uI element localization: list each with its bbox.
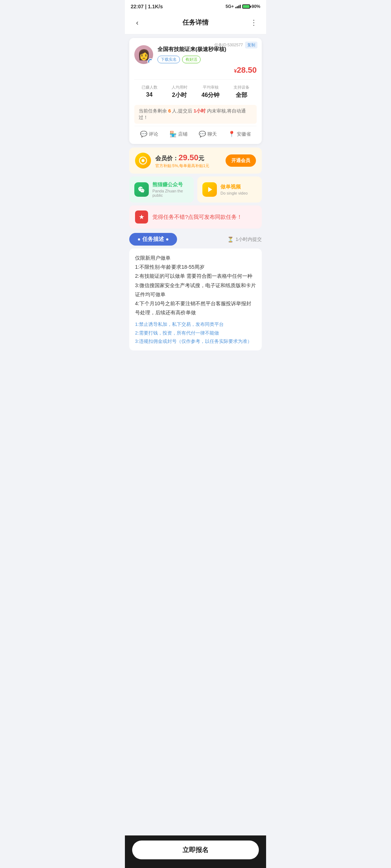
avatar: 👩 ✓: [134, 45, 153, 64]
member-price: 会员价：29.50元: [155, 153, 221, 162]
wechat-icon: [134, 182, 149, 197]
member-info: 会员价：29.50元 官方补贴:5%,每单最高补贴1元: [155, 153, 221, 169]
action-comment[interactable]: 💬 评论: [140, 131, 158, 137]
hourglass-icon: ⏳: [227, 237, 234, 242]
member-icon: [135, 153, 151, 169]
stats-row: 已赚人数 34 人均用时 2小时 平均审核 46分钟 支持设备 全部: [134, 79, 257, 103]
video-icon: [202, 182, 217, 197]
tab-section: 任务描述 ⏳ 1小时内提交: [129, 233, 262, 246]
battery-icon: [242, 4, 250, 9]
stat-avg-review: 平均审核 46分钟: [202, 85, 220, 99]
publish-text: 觉得任务不错?点我可发布同款任务！: [152, 214, 242, 221]
network-label: 5G+: [226, 4, 234, 9]
stat-avg-time: 人均用时 2小时: [172, 85, 188, 99]
task-id-text: 任务ID:5302577: [214, 42, 243, 48]
task-description: 仅限新用户做单 1:不限性别-年龄要求18-55周岁 2:有技能证的可以做单 需…: [129, 248, 262, 350]
publish-banner[interactable]: ★ 觉得任务不错?点我可发布同款任务！: [129, 205, 262, 229]
notice-bar: 当前任务剩余 6 人,提交后 1小时 内未审核,将自动通过！: [134, 105, 257, 124]
action-shop[interactable]: 🏪 店铺: [169, 131, 188, 137]
action-chat[interactable]: 💬 聊天: [199, 131, 217, 137]
promo-boxes: 熊猫赚公众号 Panda Zhuan the public 做单视频 Do si…: [129, 176, 262, 203]
member-card: 会员价：29.50元 官方补贴:5%,每单最高补贴1元 开通会员: [129, 148, 262, 174]
star-icon: ★: [135, 210, 148, 224]
tab-label: 任务描述: [142, 236, 164, 243]
back-button[interactable]: ‹: [131, 16, 144, 29]
header: ‹ 任务详情 ⋮: [125, 12, 266, 34]
status-time-speed: 22:07 | 1.1K/s: [131, 4, 163, 9]
location-icon: 📍: [228, 131, 235, 137]
desc-content: 仅限新用户做单 1:不限性别-年龄要求18-55周岁 2:有技能证的可以做单 需…: [135, 254, 256, 317]
comment-icon: 💬: [140, 131, 147, 137]
svg-point-3: [142, 159, 144, 162]
submit-time-text: 1小时内提交: [236, 236, 262, 243]
member-subtitle: 官方补贴:5%,每单最高补贴1元: [155, 163, 221, 169]
task-tags: 下载实名 有好活: [157, 56, 257, 63]
tab-dot-left: [138, 238, 140, 241]
desc-warnings: 1:禁止诱导私加，私下交易，发布同类平台 2:需要打钱，投资，所有代付一律不能做…: [135, 320, 256, 345]
stat-device: 支持设备 全部: [234, 85, 249, 99]
promo-video-box[interactable]: 做单视频 Do single video: [197, 176, 262, 203]
submit-info: ⏳ 1小时内提交: [227, 236, 262, 243]
wechat-promo-text: 熊猫赚公众号 Panda Zhuan the public: [152, 182, 189, 197]
page-title: 任务详情: [182, 18, 209, 27]
battery-percent: 90%: [252, 4, 260, 9]
shop-icon: 🏪: [169, 131, 177, 137]
avatar-badge: ✓: [147, 58, 153, 64]
chat-icon: 💬: [199, 131, 206, 137]
more-button[interactable]: ⋮: [247, 16, 260, 29]
task-card: 任务ID:5302577 复制 👩 ✓ 全国有技能证来(极速秒审核) 下载实名 …: [129, 38, 262, 144]
svg-text:✓: ✓: [150, 60, 152, 63]
tag-download: 下载实名: [157, 56, 180, 63]
task-id-row: 任务ID:5302577 复制: [214, 42, 257, 48]
copy-button[interactable]: 复制: [245, 42, 257, 48]
action-row: 💬 评论 🏪 店铺 💬 聊天 📍 安徽省: [134, 126, 257, 139]
video-promo-text: 做单视频 Do single video: [220, 184, 248, 195]
promo-wechat-box[interactable]: 熊猫赚公众号 Panda Zhuan the public: [129, 176, 194, 203]
action-location[interactable]: 📍 安徽省: [228, 131, 251, 137]
member-activate-button[interactable]: 开通会员: [226, 154, 256, 167]
tag-good-job: 有好活: [182, 56, 201, 63]
status-right: 5G+ 90%: [226, 4, 260, 9]
stat-earners: 已赚人数 34: [142, 85, 157, 99]
task-price: ¥28.50: [157, 65, 257, 75]
status-bar: 22:07 | 1.1K/s 5G+ 90%: [125, 0, 266, 12]
signal-icon: [235, 5, 241, 8]
task-desc-tab[interactable]: 任务描述: [129, 233, 177, 246]
tab-dot-right: [166, 238, 168, 241]
task-info: 全国有技能证来(极速秒审核) 下载实名 有好活 ¥28.50: [157, 45, 257, 75]
task-top: 👩 ✓ 全国有技能证来(极速秒审核) 下载实名 有好活 ¥28.50: [134, 45, 257, 75]
